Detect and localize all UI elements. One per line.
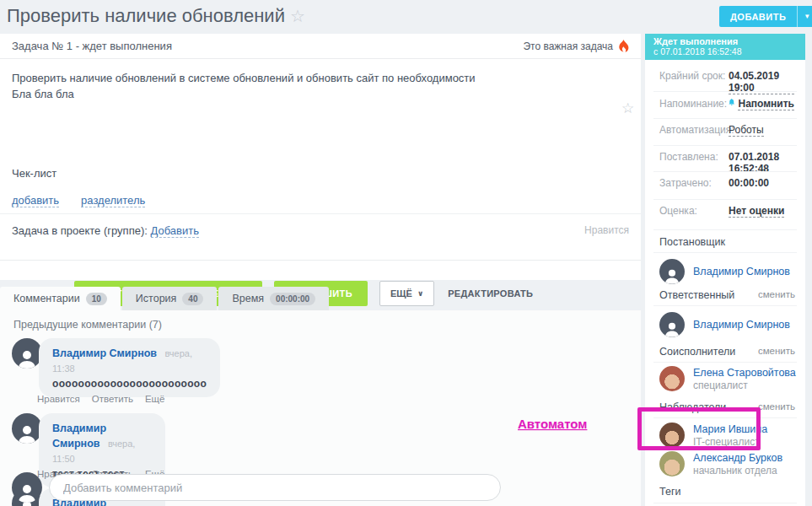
person-icon bbox=[18, 348, 36, 369]
person-icon bbox=[664, 267, 680, 284]
task-card: Задача № 1 - ждет выполнения Это важная … bbox=[0, 34, 641, 280]
comment-reply-link[interactable]: Ответить bbox=[92, 394, 133, 404]
important-task-label: Это важная задача bbox=[523, 40, 613, 52]
person-name[interactable]: Александр Бурков bbox=[693, 452, 782, 464]
field-automation: Автоматизация: Роботы bbox=[659, 124, 794, 137]
comment-more-link[interactable]: Ещё bbox=[145, 394, 165, 404]
status-title: Ждет выполнения bbox=[653, 36, 797, 46]
status-since: с 07.01.2018 16:52:48 bbox=[653, 46, 797, 57]
add-button-caret[interactable]: ▼ bbox=[797, 6, 812, 27]
comment-input[interactable] bbox=[49, 474, 501, 501]
comment-author[interactable]: Владимир Смирнов bbox=[52, 423, 106, 449]
field-time-spent: Затрачено: 00:00:00 bbox=[659, 177, 794, 189]
tab-time[interactable]: Время 00:00:00 bbox=[218, 287, 329, 310]
description-line-1: Проверить наличие обновлений в системе о… bbox=[12, 70, 629, 86]
status-banner: Ждет выполнения с 07.01.2018 16:52:48 bbox=[645, 34, 805, 60]
field-reminder: Напоминание: Напомнить bbox=[659, 97, 794, 110]
reminder-link[interactable]: Напомнить bbox=[738, 98, 794, 110]
change-observers-link[interactable]: сменить bbox=[758, 401, 795, 412]
avatar[interactable] bbox=[12, 413, 42, 444]
time-spent-value: 00:00:00 bbox=[729, 177, 769, 189]
checklist-divider-link[interactable]: разделитель bbox=[81, 194, 145, 207]
comment-item: Владимир Смирнов вчера, 11:50 тест тест … bbox=[12, 413, 42, 444]
avatar[interactable] bbox=[659, 259, 685, 284]
comment-like-link[interactable]: Нравится bbox=[37, 394, 80, 404]
history-count-badge: 40 bbox=[182, 293, 203, 305]
chevron-down-icon: ∨ bbox=[417, 289, 423, 298]
tab-comments[interactable]: Комментарии 10 bbox=[0, 287, 121, 310]
previous-comments-link[interactable]: Предыдущие комментарии (7) bbox=[13, 319, 162, 331]
comment-text: оооооооооооооооооооооооо bbox=[52, 378, 207, 390]
project-add-link[interactable]: Добавить bbox=[151, 224, 199, 238]
checklist-title: Чек-лист bbox=[12, 167, 56, 180]
avatar-photo[interactable] bbox=[659, 451, 685, 476]
person-icon bbox=[18, 423, 36, 444]
annotation-text: Автоматом bbox=[518, 417, 587, 431]
divider bbox=[0, 260, 641, 261]
person-name[interactable]: Владимир Смирнов bbox=[693, 319, 790, 331]
section-tags: Теги bbox=[659, 486, 680, 498]
person-role: начальник отдела bbox=[693, 465, 782, 476]
comment-bubble: Владимир Смирнов вчера, 11:38 оооооооооо… bbox=[39, 338, 220, 397]
person-name[interactable]: Елена Старовойтова bbox=[693, 367, 796, 379]
page-title: Проверить наличие обновлений☆ bbox=[7, 5, 305, 27]
avatar-photo[interactable] bbox=[659, 366, 685, 391]
section-coexecutors: Соисполнители bbox=[659, 346, 735, 358]
change-responsible-link[interactable]: сменить bbox=[758, 289, 795, 299]
rating-link[interactable]: Нет оценки bbox=[729, 205, 784, 218]
time-badge: 00:00:00 bbox=[270, 293, 315, 305]
avatar[interactable] bbox=[659, 312, 685, 337]
add-button[interactable]: ДОБАВИТЬ ▼ bbox=[719, 6, 812, 27]
automation-link[interactable]: Роботы bbox=[729, 124, 764, 137]
chevron-down-icon: ▼ bbox=[804, 13, 810, 20]
change-coexecutors-link[interactable]: сменить bbox=[758, 346, 795, 356]
person-name[interactable]: Мария Ившина bbox=[693, 423, 767, 435]
task-description: Проверить наличие обновлений в системе о… bbox=[0, 60, 641, 112]
person-observer: Александр Бурков начальник отдела bbox=[659, 451, 782, 476]
person-creator: Владимир Смирнов bbox=[659, 259, 790, 284]
add-button-label[interactable]: ДОБАВИТЬ bbox=[719, 6, 797, 27]
avatar[interactable] bbox=[12, 338, 42, 369]
person-responsible: Владимир Смирнов bbox=[659, 312, 790, 337]
comment-actions: Нравится Ответить Ещё bbox=[37, 394, 164, 404]
section-observers: Наблюдатели bbox=[659, 401, 726, 413]
tab-history[interactable]: История 40 bbox=[122, 287, 218, 310]
task-title: Задача № 1 - ждет выполнения bbox=[12, 40, 172, 52]
description-star-icon[interactable]: ☆ bbox=[621, 100, 634, 117]
person-icon bbox=[18, 482, 36, 503]
avatar bbox=[12, 472, 42, 503]
person-name[interactable]: Владимир Смирнов bbox=[693, 266, 790, 277]
task-sidebar: Ждет выполнения с 07.01.2018 16:52:48 Кр… bbox=[645, 34, 805, 506]
comment-item: Владимир Смирнов вчера, 11:38 оооооооооо… bbox=[12, 338, 42, 369]
person-role: IT-специалист bbox=[693, 436, 767, 448]
person-observer: Мария Ившина IT-специалист bbox=[659, 423, 767, 448]
avatar-photo[interactable] bbox=[659, 423, 685, 448]
task-header-row: Задача № 1 - ждет выполнения Это важная … bbox=[0, 34, 641, 59]
fire-icon bbox=[618, 40, 629, 52]
project-label: Задача в проекте (группе): bbox=[12, 224, 148, 238]
project-row: Задача в проекте (группе): Добавить Нрав… bbox=[0, 213, 641, 238]
bell-icon bbox=[729, 97, 734, 107]
comments-count-badge: 10 bbox=[86, 293, 107, 305]
person-icon bbox=[664, 320, 680, 337]
tabs-bar: Комментарии 10 История 40 Время 00:00:00 bbox=[0, 287, 331, 310]
task-like-link[interactable]: Нравится bbox=[584, 224, 629, 238]
checklist-add-link[interactable]: добавить bbox=[12, 194, 59, 207]
person-role: специалист bbox=[693, 380, 796, 391]
edit-button[interactable]: РЕДАКТИРОВАТЬ bbox=[448, 288, 533, 299]
person-coexecutor: Елена Старовойтова специалист bbox=[659, 366, 796, 391]
section-creator: Постановщик bbox=[659, 236, 725, 248]
description-line-2: Бла бла бла bbox=[12, 86, 629, 102]
favorite-star-icon[interactable]: ☆ bbox=[290, 7, 305, 25]
more-button[interactable]: ЕЩЁ ∨ bbox=[379, 281, 434, 306]
section-responsible: Ответственный bbox=[659, 289, 734, 301]
field-rating: Оценка: Нет оценки bbox=[659, 205, 794, 218]
comment-author[interactable]: Владимир Смирнов bbox=[52, 347, 157, 359]
new-comment-row bbox=[12, 472, 501, 503]
